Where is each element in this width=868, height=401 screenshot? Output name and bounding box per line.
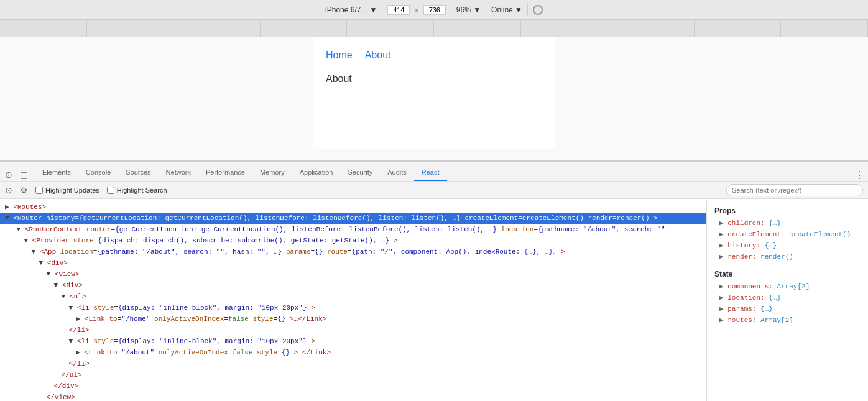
- dimension-separator: x: [415, 6, 418, 14]
- breadcrumb-bar: [0, 20, 868, 37]
- phone-nav: Home About: [326, 50, 542, 61]
- tree-row[interactable]: ▼ <div>: [0, 257, 706, 269]
- tree-row[interactable]: ▼ <ul>: [0, 291, 706, 302]
- device-selector[interactable]: iPhone 6/7... ▼: [325, 6, 377, 14]
- main-area: Home About About ⊙ ◫ Elements Console So…: [0, 37, 868, 401]
- breadcrumb-item: [173, 20, 261, 37]
- tab-bar-controls: ⊙ ◫: [2, 168, 30, 181]
- tree-row[interactable]: </div>: [0, 380, 706, 392]
- tab-application[interactable]: Application: [292, 165, 341, 181]
- highlight-updates-label[interactable]: Highlight Updates: [35, 187, 99, 194]
- breadcrumb-item: [521, 20, 608, 37]
- about-link[interactable]: About: [365, 50, 391, 61]
- breadcrumb-item: [0, 20, 87, 37]
- tab-bar: ⊙ ◫ Elements Console Sources Network Per…: [0, 162, 868, 182]
- phone-preview: Home About About: [313, 37, 555, 149]
- tree-row[interactable]: ▼ <li style={display: "inline-block", ma…: [0, 336, 706, 347]
- props-item[interactable]: ▶ createElement: createElement(): [707, 229, 868, 240]
- props-item[interactable]: ▶ children: {…}: [707, 218, 868, 229]
- expand-icon[interactable]: ▶: [719, 242, 724, 249]
- tree-row[interactable]: </view>: [0, 392, 706, 401]
- props-item[interactable]: ▶ history: {…}: [707, 240, 868, 251]
- props-panel: Props ▶ children: {…} ▶ createElement: c…: [706, 199, 868, 401]
- breadcrumb-item: [87, 20, 174, 37]
- tree-row[interactable]: ▶ <Link to="/home" onlyActiveOnIndex=fal…: [0, 313, 706, 325]
- tab-network[interactable]: Network: [159, 165, 198, 181]
- tree-row[interactable]: ▶ <Link to="/about" onlyActiveOnIndex=fa…: [0, 347, 706, 358]
- state-item[interactable]: ▶ params: {…}: [707, 303, 868, 315]
- breadcrumb-item: [695, 20, 782, 37]
- content-area: ▶ <Routes> ▼ <Router history={getCurrent…: [0, 199, 868, 401]
- width-input[interactable]: [387, 5, 410, 15]
- expand-icon[interactable]: ▶: [719, 305, 724, 313]
- network-selector[interactable]: Online ▼: [491, 6, 522, 14]
- state-item[interactable]: ▶ location: {…}: [707, 292, 868, 303]
- settings-icon[interactable]: ⚙: [20, 185, 28, 195]
- more-tabs-icon[interactable]: ⋮: [853, 168, 866, 181]
- tree-row[interactable]: ▼ <RouterContext router={getCurrentLocat…: [0, 224, 706, 235]
- height-input[interactable]: [423, 5, 446, 15]
- tab-react[interactable]: React: [414, 165, 447, 181]
- props-title: Props: [707, 204, 868, 218]
- no-throttle-icon: [533, 5, 543, 15]
- device-dropdown-icon[interactable]: ▼: [369, 6, 377, 14]
- expand-icon[interactable]: ▶: [719, 231, 724, 238]
- tree-panel[interactable]: ▶ <Routes> ▼ <Router history={getCurrent…: [0, 199, 706, 401]
- state-item[interactable]: ▶ components: Array[2]: [707, 281, 868, 292]
- toggle-icon: ▼: [5, 214, 9, 222]
- page-heading: About: [326, 73, 352, 84]
- props-item[interactable]: ▶ render: render(): [707, 251, 868, 262]
- tree-row[interactable]: ▼ <Provider store={dispatch: dispatch(),…: [0, 235, 706, 246]
- preview-area: Home About About: [0, 37, 868, 162]
- inspect-icon[interactable]: ◫: [17, 168, 30, 181]
- tree-row[interactable]: </ul>: [0, 369, 706, 380]
- options-bar: ⊙ ⚙ Highlight Updates Highlight Search: [0, 182, 868, 199]
- state-title: State: [707, 267, 868, 281]
- state-section: State ▶ components: Array[2] ▶ location:…: [707, 267, 868, 326]
- tab-sources[interactable]: Sources: [118, 165, 158, 181]
- breadcrumb-item: [347, 20, 434, 37]
- tab-memory[interactable]: Memory: [252, 165, 292, 181]
- tree-row[interactable]: </li>: [0, 325, 706, 336]
- tree-row-router[interactable]: ▼ <Router history={getCurrentLocation: g…: [0, 213, 706, 224]
- tree-row[interactable]: ▼ <App location={pathname: "/about", sea…: [0, 246, 706, 257]
- tab-console[interactable]: Console: [78, 165, 118, 181]
- toggle-icon: ▶: [5, 203, 9, 211]
- search-input[interactable]: [726, 184, 863, 196]
- phone-content: About: [326, 73, 542, 85]
- expand-icon[interactable]: ▶: [719, 294, 724, 302]
- device-name: iPhone 6/7...: [325, 6, 367, 14]
- expand-icon[interactable]: ▶: [719, 219, 724, 227]
- expand-icon[interactable]: ▶: [719, 283, 724, 290]
- zoom-selector[interactable]: 96% ▼: [456, 6, 481, 14]
- breadcrumb-item: [261, 20, 348, 37]
- highlight-updates-checkbox[interactable]: [35, 187, 43, 194]
- tree-row[interactable]: ▶ <Routes>: [0, 201, 706, 213]
- target-icon[interactable]: ⊙: [5, 185, 12, 195]
- top-toolbar: iPhone 6/7... ▼ x 96% ▼ Online ▼: [0, 0, 868, 20]
- breadcrumb-item: [434, 20, 521, 37]
- expand-icon[interactable]: ▶: [719, 316, 724, 324]
- breadcrumb-item: [781, 20, 868, 37]
- tree-row[interactable]: ▼ <div>: [0, 280, 706, 291]
- highlight-search-label[interactable]: Highlight Search: [107, 187, 167, 194]
- home-link[interactable]: Home: [326, 50, 353, 61]
- tab-bar-right: ⋮: [853, 168, 868, 181]
- tab-elements[interactable]: Elements: [35, 165, 78, 181]
- tab-audits[interactable]: Audits: [380, 165, 414, 181]
- highlight-search-checkbox[interactable]: [107, 187, 114, 194]
- tab-security[interactable]: Security: [340, 165, 380, 181]
- expand-icon[interactable]: ▶: [719, 253, 724, 260]
- state-item[interactable]: ▶ routes: Array[2]: [707, 315, 868, 326]
- breadcrumb-item: [607, 20, 695, 37]
- tree-row[interactable]: </li>: [0, 358, 706, 369]
- tree-row[interactable]: ▼ <li style={display: "inline-block", ma…: [0, 302, 706, 313]
- tree-row[interactable]: ▼ <view>: [0, 269, 706, 280]
- cursor-icon[interactable]: ⊙: [2, 168, 15, 181]
- devtools-panel: ⊙ ◫ Elements Console Sources Network Per…: [0, 162, 868, 401]
- tab-performance[interactable]: Performance: [198, 165, 252, 181]
